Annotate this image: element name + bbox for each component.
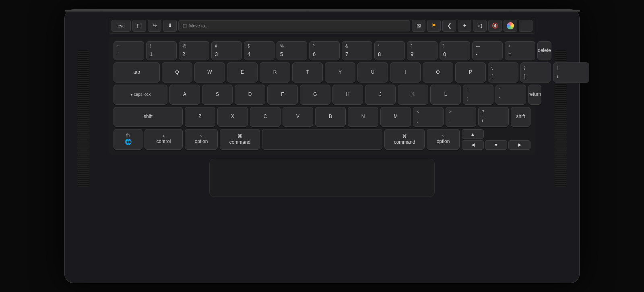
tb-extra-btn[interactable] <box>519 20 533 32</box>
speaker-left <box>78 50 89 187</box>
key-m[interactable]: M <box>380 107 411 127</box>
key-n[interactable]: N <box>348 107 378 127</box>
esc-key[interactable]: esc <box>111 20 131 32</box>
key-9[interactable]: (9 <box>407 41 438 60</box>
tb-siri-btn[interactable] <box>504 20 517 32</box>
key-6[interactable]: ^6 <box>309 41 340 60</box>
key-a[interactable]: A <box>169 85 200 105</box>
key-3[interactable]: #3 <box>211 41 242 60</box>
key-g[interactable]: G <box>300 85 330 105</box>
key-lbracket[interactable]: {[ <box>488 62 518 83</box>
key-b[interactable]: B <box>315 107 346 127</box>
tb-new-note-btn[interactable]: ⬚ <box>132 20 146 32</box>
key-right[interactable]: ▶ <box>508 140 530 150</box>
q-row: tab Q W E R T Y U I O P {[ }] |\ <box>114 62 530 83</box>
tb-mute-btn[interactable]: 🔇 <box>488 20 502 32</box>
key-s[interactable]: S <box>202 85 233 105</box>
key-slash[interactable]: ?/ <box>478 107 509 127</box>
key-d[interactable]: D <box>235 85 265 105</box>
key-rshift[interactable]: shift <box>511 107 530 127</box>
key-right-command[interactable]: ⌘ command <box>384 129 425 150</box>
key-u[interactable]: U <box>357 62 388 83</box>
key-i[interactable]: I <box>390 62 421 83</box>
key-left[interactable]: ◀ <box>462 140 484 150</box>
touch-bar: esc ⬚ ↪ ⬇ ⬚ Move to... ⊠ ⚑ ❮ ✦ ◁ 🔇 <box>109 18 535 34</box>
number-row: ~` !1 @2 #3 $4 %5 ^6 &7 <box>114 41 530 60</box>
key-8[interactable]: *8 <box>374 41 405 60</box>
keyboard: ~` !1 @2 #3 $4 %5 ^6 &7 <box>109 37 535 155</box>
key-e[interactable]: E <box>227 62 258 83</box>
key-lshift[interactable]: shift <box>114 107 183 127</box>
bottom-row: fn 🌐 ▲ control ⌥ option ⌘ command ⌘ <box>114 129 530 150</box>
key-backslash[interactable]: |\ <box>553 62 589 83</box>
key-t[interactable]: T <box>292 62 323 83</box>
key-w[interactable]: W <box>194 62 225 83</box>
key-down[interactable]: ▼ <box>485 140 507 150</box>
key-7[interactable]: &7 <box>342 41 372 60</box>
key-return[interactable]: return <box>528 85 541 105</box>
tb-volume-down-btn[interactable]: ◁ <box>473 20 487 32</box>
key-0[interactable]: )0 <box>440 41 470 60</box>
z-row: shift Z X C V B N M <, >. ?/ shift <box>114 107 530 127</box>
key-delete[interactable]: delete <box>537 41 551 60</box>
key-right-option[interactable]: ⌥ option <box>427 129 460 150</box>
key-q[interactable]: Q <box>162 62 192 83</box>
trackpad[interactable] <box>209 159 435 197</box>
tb-moveto-icon: ⬚ <box>183 23 187 28</box>
key-y[interactable]: Y <box>325 62 355 83</box>
key-control[interactable]: ▲ control <box>144 129 183 150</box>
key-4[interactable]: $4 <box>244 41 275 60</box>
lid-line <box>65 10 580 12</box>
key-1[interactable]: !1 <box>146 41 177 60</box>
key-comma[interactable]: <, <box>413 107 444 127</box>
tb-trash-btn[interactable]: ⊠ <box>412 20 425 32</box>
key-minus[interactable]: —- <box>472 41 503 60</box>
arrow-cluster: ▲ ◀ ▼ ▶ <box>462 129 530 150</box>
key-f[interactable]: F <box>267 85 298 105</box>
key-tab[interactable]: tab <box>114 62 160 83</box>
key-quote[interactable]: "' <box>495 85 526 105</box>
key-j[interactable]: J <box>365 85 396 105</box>
key-left-option[interactable]: ⌥ option <box>185 129 218 150</box>
key-capslock[interactable]: ● caps lock <box>114 85 167 105</box>
tb-brightness-btn[interactable]: ✦ <box>458 20 471 32</box>
a-row: ● caps lock A S D F G H J K L :; "' retu… <box>114 85 530 105</box>
key-v[interactable]: V <box>283 107 313 127</box>
key-h[interactable]: H <box>332 85 363 105</box>
key-rbracket[interactable]: }] <box>520 62 551 83</box>
key-k[interactable]: K <box>398 85 428 105</box>
tb-moveto-text: Move to... <box>189 23 208 28</box>
key-r[interactable]: R <box>260 62 290 83</box>
key-l[interactable]: L <box>430 85 461 105</box>
key-p[interactable]: P <box>455 62 486 83</box>
tb-share-btn[interactable]: ↪ <box>148 20 161 32</box>
tb-flag-btn[interactable]: ⚑ <box>427 20 441 32</box>
key-period[interactable]: >. <box>446 107 476 127</box>
key-x[interactable]: X <box>217 107 248 127</box>
key-5[interactable]: %5 <box>277 41 307 60</box>
key-2[interactable]: @2 <box>179 41 209 60</box>
key-backtick[interactable]: ~` <box>114 41 144 60</box>
tb-chevron-btn[interactable]: ❮ <box>442 20 456 32</box>
key-equals[interactable]: += <box>505 41 535 60</box>
key-o[interactable]: O <box>423 62 453 83</box>
key-space[interactable] <box>262 129 382 150</box>
key-fn[interactable]: fn 🌐 <box>114 129 142 150</box>
key-semicolon[interactable]: :; <box>463 85 493 105</box>
key-up[interactable]: ▲ <box>462 129 484 139</box>
laptop-body: esc ⬚ ↪ ⬇ ⬚ Move to... ⊠ ⚑ ❮ ✦ ◁ 🔇 ~` !1 <box>64 9 580 283</box>
tb-archive-btn[interactable]: ⬇ <box>163 20 177 32</box>
key-left-command[interactable]: ⌘ command <box>220 129 260 150</box>
tb-moveto[interactable]: ⬚ Move to... <box>178 20 410 31</box>
key-z[interactable]: Z <box>185 107 215 127</box>
siri-icon <box>507 22 514 29</box>
key-c[interactable]: C <box>250 107 281 127</box>
